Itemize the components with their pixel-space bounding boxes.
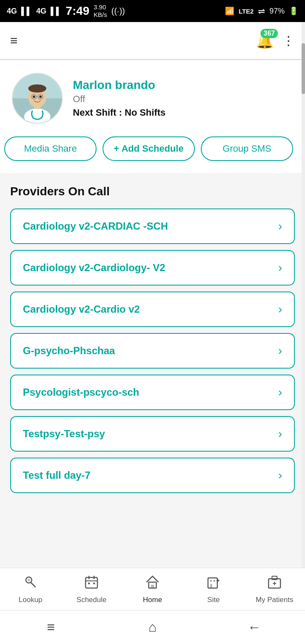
- provider-item[interactable]: Testpsy-Test-psy ›: [10, 416, 295, 452]
- signal-icon2: ▌▌: [51, 7, 62, 16]
- profile-info: Marlon brando Off Next Shift : No Shifts: [73, 78, 293, 118]
- svg-rect-25: [210, 584, 212, 588]
- status-bar: 4G ▌▌ 4G ▌▌ 7:49 3.90KB/s ((·)) 📶 LTE2 ⇌…: [0, 0, 305, 22]
- provider-item-label: Psycologist-pscyco-sch: [23, 386, 139, 398]
- speed-display: 3.90KB/s: [94, 3, 107, 19]
- svg-rect-27: [214, 580, 215, 582]
- notification-count: 367: [261, 29, 278, 38]
- lte-label: LTE2: [238, 8, 254, 15]
- next-shift-label: Next Shift :: [73, 107, 122, 118]
- battery-label: 97%: [269, 7, 285, 16]
- svg-rect-19: [93, 583, 95, 584]
- action-buttons: Media Share + Add Schedule Group SMS: [0, 132, 305, 173]
- chevron-right-icon: ›: [278, 344, 282, 358]
- provider-item[interactable]: Cardiology v2-CARDIAC -SCH ›: [10, 208, 295, 244]
- status-left: 4G ▌▌ 4G ▌▌ 7:49 3.90KB/s ((·)): [7, 3, 125, 19]
- chevron-right-icon: ›: [278, 427, 282, 441]
- battery-icon: 🔋: [289, 6, 298, 16]
- nav-item-schedule[interactable]: Schedule: [61, 575, 122, 604]
- notification-bell[interactable]: 🔔 367: [256, 32, 274, 49]
- time-display: 7:49: [66, 4, 89, 18]
- nav-icon-site: [206, 575, 221, 593]
- nav-icon-home: [145, 575, 160, 593]
- svg-point-5: [28, 84, 47, 92]
- nav-label-my patients: My Patients: [256, 596, 294, 604]
- nav-item-lookup[interactable]: Lookup: [0, 575, 61, 604]
- svg-rect-21: [151, 585, 154, 588]
- chevron-right-icon: ›: [278, 261, 282, 275]
- chevron-right-icon: ›: [278, 386, 282, 399]
- provider-item[interactable]: Psycologist-pscyco-sch ›: [10, 375, 295, 410]
- provider-item[interactable]: Test full day-7 ›: [10, 458, 295, 493]
- nav-label-schedule: Schedule: [77, 596, 107, 604]
- status-right: 📶 LTE2 ⇌ 97% 🔋: [225, 6, 298, 16]
- profile-shift: Next Shift : No Shifts: [73, 107, 293, 118]
- svg-point-7: [39, 95, 42, 98]
- nav-item-site[interactable]: Site: [183, 575, 244, 604]
- hamburger-menu[interactable]: ≡: [10, 33, 18, 48]
- chevron-right-icon: ›: [278, 219, 282, 233]
- provider-item-label: Cardiology v2-Cardiology- V2: [23, 262, 165, 274]
- svg-point-13: [28, 579, 30, 581]
- broadcast-icon: ((·)): [111, 6, 125, 16]
- next-shift-value: No Shifts: [125, 107, 166, 118]
- header-right: 🔔 367 ⋮: [256, 32, 295, 49]
- provider-item[interactable]: Cardiology v2-Cardio v2 ›: [10, 291, 295, 327]
- svg-rect-26: [210, 580, 212, 582]
- network1-label: 4G: [7, 7, 17, 16]
- svg-rect-22: [208, 578, 217, 588]
- add-schedule-button[interactable]: + Add Schedule: [103, 136, 195, 161]
- nav-item-my-patients[interactable]: My Patients: [244, 575, 305, 604]
- nav-label-lookup: Lookup: [19, 596, 42, 604]
- signal-icon1: ▌▌: [21, 7, 32, 16]
- nav-label-site: Site: [207, 596, 219, 604]
- provider-item-label: Test full day-7: [23, 469, 91, 481]
- provider-list: Cardiology v2-CARDIAC -SCH › Cardiology …: [10, 208, 295, 493]
- profile-status: Off: [73, 94, 293, 105]
- system-nav: ≡⌂←: [0, 610, 305, 644]
- providers-section: Providers On Call Cardiology v2-CARDIAC …: [0, 173, 305, 500]
- scrollbar-thumb[interactable]: [302, 43, 305, 94]
- profile-section: Marlon brando Off Next Shift : No Shifts: [0, 60, 305, 132]
- system-back-button[interactable]: ←: [203, 619, 305, 635]
- provider-item-label: Cardiology v2-CARDIAC -SCH: [23, 220, 168, 232]
- svg-line-12: [31, 583, 36, 587]
- media-share-button[interactable]: Media Share: [4, 136, 97, 161]
- providers-title: Providers On Call: [10, 185, 295, 198]
- profile-name: Marlon brando: [73, 78, 293, 92]
- avatar: [12, 73, 63, 124]
- nav-icon-lookup: [23, 575, 38, 593]
- nav-icon-my patients: [267, 575, 282, 593]
- provider-item-label: G-psycho-Phschaa: [23, 345, 115, 357]
- nav-icon-schedule: [84, 575, 99, 593]
- svg-rect-18: [88, 583, 90, 584]
- wifi-icon: ⇌: [258, 6, 265, 16]
- svg-rect-14: [86, 577, 97, 588]
- network2-label: 4G: [36, 7, 47, 16]
- scrollbar-track: [302, 22, 305, 644]
- system-menu-button[interactable]: ≡: [0, 619, 102, 635]
- provider-item-label: Cardiology v2-Cardio v2: [23, 303, 140, 315]
- svg-point-6: [33, 95, 35, 98]
- group-sms-button[interactable]: Group SMS: [201, 136, 293, 161]
- provider-item[interactable]: G-psycho-Phschaa ›: [10, 333, 295, 369]
- more-options-button[interactable]: ⋮: [282, 33, 295, 48]
- nav-label-home: Home: [143, 596, 162, 604]
- nav-item-home[interactable]: Home: [122, 575, 183, 604]
- phone-icon: 📶: [225, 6, 234, 16]
- chevron-right-icon: ›: [278, 469, 282, 482]
- provider-item[interactable]: Cardiology v2-Cardiology- V2 ›: [10, 250, 295, 286]
- provider-item-label: Testpsy-Test-psy: [23, 428, 105, 440]
- bottom-nav: Lookup Schedule Home Site My Patients: [0, 568, 305, 610]
- chevron-right-icon: ›: [278, 303, 282, 316]
- system-home-button[interactable]: ⌂: [102, 619, 203, 635]
- app-header: ≡ 🔔 367 ⋮: [0, 22, 305, 59]
